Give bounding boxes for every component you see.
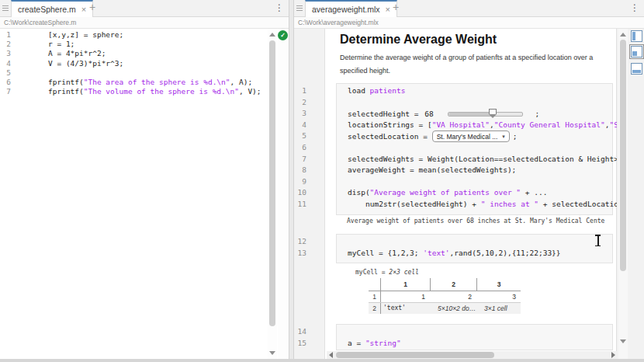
line-number: 1: [294, 86, 306, 95]
code-line[interactable]: a = "string": [348, 339, 401, 347]
height-slider[interactable]: [448, 108, 523, 120]
tab-averageweight[interactable]: averageweight.mlx ×: [305, 0, 397, 17]
vertical-scrollbar[interactable]: [268, 29, 277, 359]
line-number: 6: [294, 143, 306, 151]
code-line[interactable]: locationStrings = ["VA Hospital","County…: [348, 120, 617, 129]
scrollbar-thumb[interactable]: [620, 40, 626, 271]
live-editor-view-controls: [629, 29, 644, 359]
close-icon[interactable]: ×: [81, 5, 86, 14]
arrow-right-icon: [611, 352, 615, 358]
vertical-scrollbar[interactable]: [618, 29, 628, 359]
chevron-down-icon: ▾: [502, 134, 505, 140]
arrow-up-icon: [269, 33, 275, 37]
scroll-down-button[interactable]: [268, 348, 277, 357]
breadcrumb: C:\Work\averageweight.mlx: [294, 17, 644, 29]
message-indicator-strip: ✓: [278, 29, 289, 359]
window-edge: [0, 359, 644, 362]
row-header: 2: [369, 303, 381, 314]
scrollbar-thumb[interactable]: [269, 40, 275, 326]
line-number: 3: [294, 109, 306, 117]
document-bar-grip-icon[interactable]: [2, 5, 9, 11]
slider-value[interactable]: 68: [423, 110, 433, 118]
arrow-down-icon: [620, 339, 626, 343]
code-editor[interactable]: 1 2 3 4 5 6 7 [x,y,z] = sphere; r = 1; A…: [0, 29, 289, 359]
line-number: 4: [294, 120, 306, 129]
line-number: 4: [0, 59, 11, 68]
line-number: 10: [294, 188, 306, 197]
code-line[interactable]: A = 4*pi*r^2;: [48, 49, 106, 57]
column-header: 3: [476, 278, 521, 291]
code-line[interactable]: disp("Average weight of patients over " …: [348, 188, 547, 197]
breadcrumb: C:\Work\createSphere.m: [0, 17, 289, 29]
output-inline-icon[interactable]: [631, 30, 642, 42]
table-header-row: 1 2 3: [369, 278, 521, 291]
slider-thumb[interactable]: [489, 109, 497, 114]
code-analyzer-status-icon[interactable]: ✓: [278, 30, 288, 40]
cell-array-table: 1 2 3 1 1 2 3 2 'text' 5×10×2 do… 3×1 ce…: [369, 278, 521, 314]
line-number: 2: [0, 40, 11, 48]
code-line[interactable]: [x,y,z] = sphere;: [48, 30, 123, 39]
code-line[interactable]: num2str(selectedHeight) + " inches at " …: [348, 200, 617, 208]
line-number: 1: [0, 30, 11, 39]
table-cell: 3: [476, 291, 521, 302]
code-line[interactable]: selectedHeight = 68 ;: [348, 107, 539, 120]
tab-actions-menu-icon[interactable]: ⋮: [630, 2, 639, 13]
right-tab-bar: averageweight.mlx × + ⋮: [294, 0, 644, 17]
code-line[interactable]: selectedWeights = Weight(Location==selec…: [348, 155, 617, 163]
line-number: 12: [294, 237, 306, 245]
line-number: 5: [294, 131, 306, 140]
document-bar-grip-icon[interactable]: [296, 5, 303, 11]
scroll-left-button[interactable]: [327, 351, 334, 359]
code-line[interactable]: selectedLocation = St. Mary's Medical ..…: [348, 130, 517, 143]
line-number: 7: [294, 155, 306, 163]
dropdown-selected-value: St. Mary's Medical ...: [437, 133, 498, 141]
code-line[interactable]: fprintf("The volume of the sphere is %d.…: [48, 87, 261, 96]
right-editor-pane: averageweight.mlx × + ⋮ C:\Work\averagew…: [294, 0, 644, 359]
arrow-down-icon: [269, 351, 275, 355]
arrow-left-icon: [329, 352, 333, 358]
line-number: 5: [0, 68, 11, 77]
line-number: 9: [294, 177, 306, 186]
live-editor[interactable]: Determine Average Weight Determine the a…: [294, 29, 644, 359]
arrow-up-icon: [620, 33, 626, 37]
scroll-up-button[interactable]: [618, 30, 628, 39]
hide-code-icon[interactable]: [631, 63, 642, 75]
table-row: 1 1 2 3: [369, 291, 521, 303]
left-tab-bar: createSphere.m × + ⋮: [0, 0, 289, 17]
scroll-down-button[interactable]: [618, 336, 628, 346]
output-on-right-icon[interactable]: [631, 46, 642, 57]
table-cell: 2: [430, 291, 476, 302]
document-heading: Determine Average Weight: [340, 33, 497, 47]
code-line[interactable]: load patients: [348, 86, 405, 95]
line-number: 3: [0, 49, 11, 57]
code-line[interactable]: r = 1;: [48, 40, 74, 48]
line-number: 14: [294, 327, 306, 336]
column-header: 1: [381, 278, 430, 291]
document-paragraph: Determine the average weight of a group …: [340, 51, 599, 78]
tab-title: averageweight.mlx: [312, 5, 380, 14]
pane-splitter[interactable]: [289, 0, 294, 359]
tab-actions-menu-icon[interactable]: ⋮: [275, 2, 284, 13]
scroll-right-button[interactable]: [609, 351, 617, 359]
new-tab-button[interactable]: +: [390, 1, 401, 13]
line-number: 7: [0, 87, 11, 96]
location-dropdown[interactable]: St. Mary's Medical ...▾: [432, 131, 510, 142]
matlab-editor-window: createSphere.m × + ⋮ C:\Work\createSpher…: [0, 0, 644, 362]
code-line[interactable]: myCell = {1,2,3; 'text',rand(5,10,2),{11…: [348, 249, 561, 257]
code-line[interactable]: V = (4/3)*pi*r^3;: [48, 59, 123, 68]
variable-output-label: myCell = 2×3 cell: [355, 269, 419, 276]
tab-createsphere[interactable]: createSphere.m ×: [11, 0, 93, 17]
line-number: 2: [294, 98, 306, 106]
command-output-text: Average weight of patients over 68 inche…: [347, 218, 604, 225]
table-cell: 1: [381, 291, 430, 302]
horizontal-scrollbar[interactable]: [327, 351, 617, 359]
scrollbar-thumb[interactable]: [336, 352, 494, 358]
line-number: 13: [294, 249, 306, 257]
column-header: 2: [430, 278, 476, 291]
scroll-up-button[interactable]: [268, 30, 277, 39]
code-line[interactable]: averageWeight = mean(selectedWeights);: [348, 165, 516, 174]
line-number: 11: [294, 200, 306, 208]
code-line[interactable]: fprintf("The area of the sphere is %d.\n…: [48, 78, 252, 86]
table-cell: 'text': [381, 303, 430, 314]
new-tab-button[interactable]: +: [87, 1, 98, 13]
